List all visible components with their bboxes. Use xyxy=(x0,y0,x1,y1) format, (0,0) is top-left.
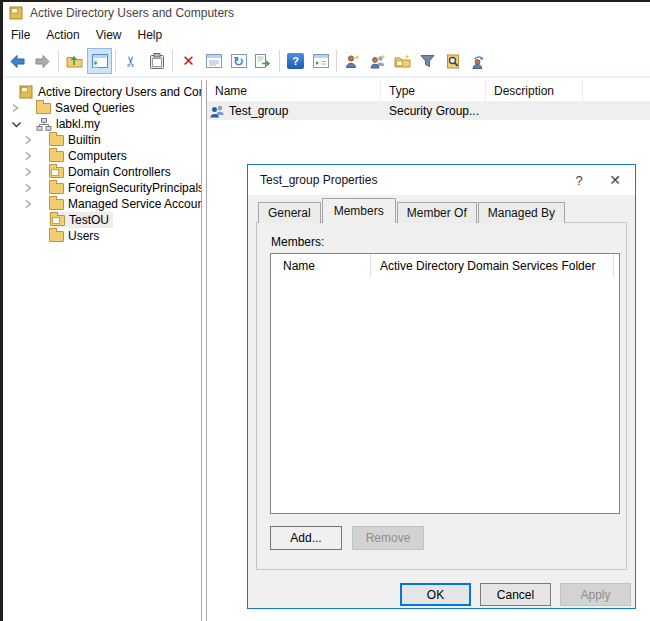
toolbar: ✂ ✕ ↻ ? xyxy=(3,46,650,78)
folder-icon xyxy=(36,103,51,114)
menu-action[interactable]: Action xyxy=(38,24,87,46)
change-domain-button[interactable] xyxy=(465,48,490,74)
up-one-level-button[interactable] xyxy=(62,48,87,74)
new-user-button[interactable] xyxy=(340,48,365,74)
forward-icon xyxy=(34,54,51,69)
dialog-close-button[interactable]: ✕ xyxy=(597,165,633,195)
menu-help[interactable]: Help xyxy=(130,24,171,46)
forward-button[interactable] xyxy=(30,48,55,74)
tree-item-builtin[interactable]: Builtin xyxy=(3,132,201,148)
tab-member-of[interactable]: Member Of xyxy=(397,202,477,223)
paste-icon xyxy=(150,53,164,69)
menu-view[interactable]: View xyxy=(88,24,130,46)
column-header-name[interactable]: Name xyxy=(207,80,381,101)
apply-button[interactable]: Apply xyxy=(560,583,631,606)
back-button[interactable] xyxy=(5,48,30,74)
dialog-title: Test_group Properties xyxy=(260,173,561,187)
tree-item-label: Managed Service Accounts xyxy=(68,197,201,211)
new-ou-icon xyxy=(394,54,411,68)
chevron-right-icon[interactable] xyxy=(23,135,49,145)
add-button[interactable]: Add... xyxy=(270,526,342,550)
cut-icon: ✂ xyxy=(122,55,140,68)
column-header-description[interactable]: Description xyxy=(486,80,583,101)
action-pane-icon xyxy=(313,54,329,68)
new-ou-button[interactable] xyxy=(390,48,415,74)
tab-general[interactable]: General xyxy=(258,202,321,223)
folder-icon xyxy=(49,135,64,146)
tree-item-managed-service-accounts[interactable]: Managed Service Accounts xyxy=(3,196,201,212)
change-domain-icon xyxy=(470,54,486,69)
find-button[interactable] xyxy=(440,48,465,74)
toolbar-separator xyxy=(336,50,337,72)
tree-item-users[interactable]: Users xyxy=(3,228,201,244)
chevron-right-icon[interactable] xyxy=(23,183,49,193)
ok-button[interactable]: OK xyxy=(400,583,471,606)
paste-button[interactable] xyxy=(144,48,169,74)
tree-item-label: labkl.my xyxy=(56,117,100,131)
action-pane-button[interactable] xyxy=(308,48,333,74)
folder-icon xyxy=(49,183,64,194)
help-button[interactable]: ? xyxy=(283,48,308,74)
mmc-console-icon xyxy=(9,6,24,21)
toolbar-separator xyxy=(58,50,59,72)
question-mark-icon: ? xyxy=(575,173,582,188)
tree-item-label: Computers xyxy=(68,149,127,163)
up-one-level-icon xyxy=(66,54,83,68)
show-console-tree-icon xyxy=(92,54,108,68)
tree-item-aduc-root[interactable]: Active Directory Users and Computers xyxy=(3,84,201,100)
dialog-help-button[interactable]: ? xyxy=(561,165,597,195)
remove-button[interactable]: Remove xyxy=(352,526,424,550)
new-group-button[interactable] xyxy=(365,48,390,74)
members-list-header: Name Active Directory Domain Services Fo… xyxy=(271,254,619,278)
list-row-test-group[interactable]: Test_group Security Group... xyxy=(207,102,650,120)
members-column-adds-folder[interactable]: Active Directory Domain Services Folder xyxy=(371,254,614,278)
tree-item-domain-labkl-my[interactable]: labkl.my xyxy=(3,116,201,132)
aduc-window: Active Directory Users and Computers Fil… xyxy=(0,0,650,621)
back-icon xyxy=(9,54,26,69)
folder-icon xyxy=(49,151,64,162)
members-listbox[interactable]: Name Active Directory Domain Services Fo… xyxy=(270,253,620,514)
row-type: Security Group... xyxy=(381,104,486,118)
delete-button[interactable]: ✕ xyxy=(176,48,201,74)
help-icon: ? xyxy=(287,53,304,69)
tree-item-label: Active Directory Users and Computers xyxy=(38,85,201,99)
selected-tree-item: TestOU xyxy=(49,212,113,228)
show-console-tree-button[interactable] xyxy=(87,48,112,74)
tree-item-label: ForeignSecurityPrincipals xyxy=(68,181,201,195)
properties-button[interactable] xyxy=(201,48,226,74)
title-bar: Active Directory Users and Computers xyxy=(3,2,650,24)
tab-managed-by[interactable]: Managed By xyxy=(478,202,565,223)
row-name: Test_group xyxy=(229,104,288,118)
chevron-right-icon[interactable] xyxy=(23,167,49,177)
export-list-button[interactable] xyxy=(251,48,276,74)
console-icon xyxy=(19,85,34,99)
chevron-right-icon[interactable] xyxy=(10,103,36,113)
tree-item-testou[interactable]: TestOU xyxy=(3,212,201,228)
cancel-button[interactable]: Cancel xyxy=(480,583,551,606)
filter-button[interactable] xyxy=(415,48,440,74)
security-group-icon xyxy=(209,104,226,118)
tab-members[interactable]: Members xyxy=(322,198,396,223)
tree-item-foreign-security-principals[interactable]: ForeignSecurityPrincipals xyxy=(3,180,201,196)
chevron-down-icon[interactable] xyxy=(10,120,36,129)
cut-button[interactable]: ✂ xyxy=(119,48,144,74)
members-column-name[interactable]: Name xyxy=(271,254,371,278)
window-title: Active Directory Users and Computers xyxy=(30,6,234,20)
tree-item-computers[interactable]: Computers xyxy=(3,148,201,164)
column-header-type[interactable]: Type xyxy=(381,80,486,101)
chevron-right-icon[interactable] xyxy=(23,151,49,161)
toolbar-separator xyxy=(172,50,173,72)
tree-item-domain-controllers[interactable]: Domain Controllers xyxy=(3,164,201,180)
menu-bar: File Action View Help xyxy=(3,24,650,46)
test-group-properties-dialog: Test_group Properties ? ✕ General Member… xyxy=(247,164,636,609)
domain-icon xyxy=(36,118,52,131)
chevron-right-icon[interactable] xyxy=(23,199,49,209)
tree-item-saved-queries[interactable]: Saved Queries xyxy=(3,100,201,116)
tree-item-label: Users xyxy=(68,229,99,243)
menu-file[interactable]: File xyxy=(3,24,38,46)
tree-item-label: Domain Controllers xyxy=(68,165,171,179)
refresh-button[interactable]: ↻ xyxy=(226,48,251,74)
folder-icon xyxy=(49,199,64,210)
toolbar-separator xyxy=(115,50,116,72)
tree-item-label: TestOU xyxy=(69,213,109,227)
